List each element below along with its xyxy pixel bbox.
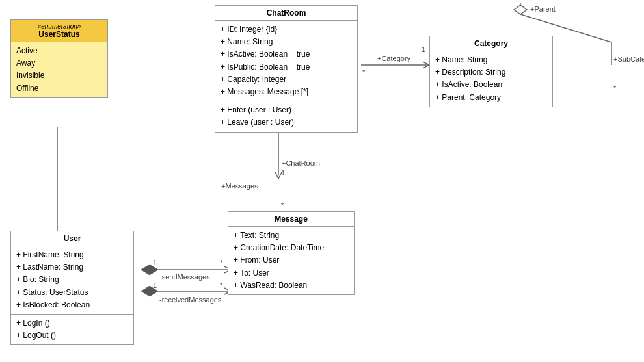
category-header: Category (430, 36, 552, 51)
category-subcategories-mult: * (613, 84, 617, 92)
chatroom-attr-5: + Messages: Message [*] (221, 86, 352, 98)
messages-mult: * (281, 201, 284, 209)
message-attr-3: + To: User (234, 267, 349, 279)
recv-messages-label: -receivedMessages (159, 296, 222, 304)
category-attr-2: + IsActive: Boolean (435, 79, 547, 91)
chatroom-attr-4: + Capacity: Integer (221, 73, 352, 86)
chatroom-method-0: + Enter (user : User) (221, 104, 352, 116)
user-attr-2: + Bio: String (16, 274, 128, 286)
user-attr-3: + Status: UserStatus (16, 287, 128, 299)
send-messages-label: -sendMessages (159, 273, 210, 281)
chatroom-attributes: + ID: Integer {id} + Name: String + IsAc… (215, 21, 357, 101)
category-box: Category + Name: String + Description: S… (429, 36, 553, 107)
chatroom-methods: + Enter (user : User) + Leave (user : Us… (215, 101, 357, 131)
enum-value-offline: Offline (16, 83, 102, 95)
chatroom-name: ChatRoom (267, 8, 306, 18)
user-attr-1: + LastName: String (16, 261, 128, 274)
enum-value-away: Away (16, 57, 102, 70)
svg-marker-9 (141, 265, 158, 275)
chatroom-category-mult-left: * (362, 68, 366, 76)
message-attr-1: + CreationDate: DateTime (234, 242, 349, 254)
category-attr-0: + Name: String (435, 54, 547, 66)
chatroom-attr-2: + IsActive: Boolean = true (221, 48, 352, 60)
user-attr-0: + FirstName: String (16, 249, 128, 261)
chatroom-method-1: + Leave (user : User) (221, 116, 352, 129)
user-method-1: + LogOut () (16, 330, 128, 342)
chatroom-category-mult-right: 1 (422, 45, 425, 53)
svg-marker-11 (141, 286, 158, 296)
user-send-mult2: * (220, 259, 223, 266)
category-subcategories-label: +SubCategories (613, 55, 644, 63)
category-name: Category (474, 39, 508, 48)
user-box: User + FirstName: String + LastName: Str… (10, 231, 134, 345)
chatroom-attr-3: + IsPublic: Boolean = true (221, 61, 352, 73)
user-send-mult1: 1 (153, 259, 157, 266)
user-recv-mult2: * (220, 281, 223, 289)
chatroom-message-label: +ChatRoom (282, 159, 320, 167)
message-attributes: + Text: String + CreationDate: DateTime … (228, 227, 354, 294)
user-method-0: + LogIn () (16, 317, 128, 330)
user-status-stereotype: «enumeration» (16, 23, 102, 30)
user-header: User (11, 231, 133, 246)
category-parent-label: +Parent (530, 5, 556, 13)
user-status-header: «enumeration» UserStatus (11, 20, 107, 42)
category-attr-3: + Parent: Category (435, 92, 547, 104)
user-attributes: + FirstName: String + LastName: String +… (11, 246, 133, 315)
chatroom-attr-1: + Name: String (221, 36, 352, 48)
message-name: Message (275, 214, 308, 224)
chatroom-message-mult1: 1 (281, 169, 285, 177)
chatroom-header: ChatRoom (215, 6, 357, 21)
messages-label: +Messages (221, 182, 258, 190)
category-attributes: + Name: String + Description: String + I… (430, 51, 552, 107)
enum-value-invisible: Invisible (16, 70, 102, 82)
message-attr-2: + From: User (234, 254, 349, 266)
message-box: Message + Text: String + CreationDate: D… (228, 211, 355, 295)
user-attr-4: + IsBlocked: Boolean (16, 299, 128, 311)
chatroom-attr-0: + ID: Integer {id} (221, 23, 352, 36)
message-header: Message (228, 212, 354, 227)
message-attr-0: + Text: String (234, 229, 349, 242)
chatroom-category-label: +Category (377, 55, 411, 62)
category-attr-1: + Description: String (435, 66, 547, 79)
user-name: User (64, 234, 81, 243)
svg-marker-2 (514, 5, 527, 14)
user-status-values: Active Away Invisible Offline (11, 42, 107, 97)
user-status-box: «enumeration» UserStatus Active Away Inv… (10, 19, 108, 98)
user-methods: + LogIn () + LogOut () (11, 315, 133, 344)
diagram-container: +Category * 1 +Parent +SubCategories * +… (0, 0, 644, 362)
user-status-name: UserStatus (38, 30, 79, 39)
user-recv-mult1: 1 (153, 281, 157, 289)
message-attr-4: + WasRead: Boolean (234, 279, 349, 292)
chatroom-box: ChatRoom + ID: Integer {id} + Name: Stri… (215, 5, 358, 133)
enum-value-active: Active (16, 45, 102, 57)
